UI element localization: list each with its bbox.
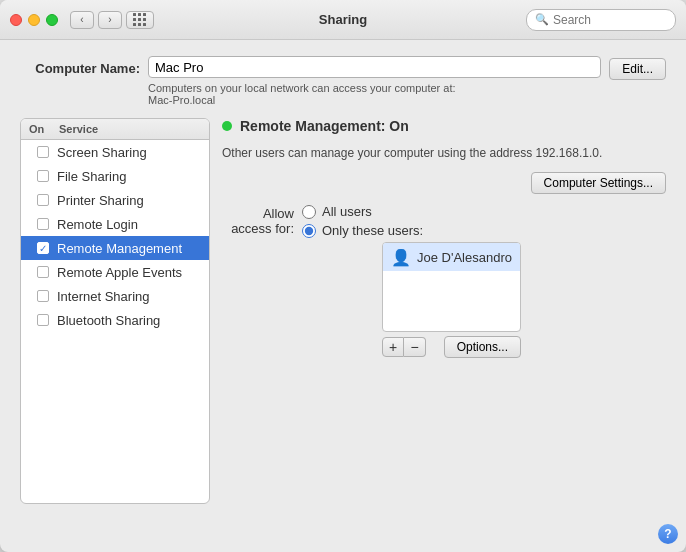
computer-name-input[interactable] [148,56,601,78]
grid-icon [133,13,147,27]
remove-user-button[interactable]: − [404,337,426,357]
service-checkbox-wrap [29,290,57,302]
computer-name-right: Computers on your local network can acce… [148,56,601,106]
list-actions-row: + − Options... [382,336,521,358]
users-list-empty [383,271,520,331]
forward-button[interactable]: › [98,11,122,29]
service-checkbox[interactable] [37,218,49,230]
search-icon: 🔍 [535,13,549,26]
service-checkbox-wrap [29,170,57,182]
status-row: Remote Management: On [222,118,666,134]
radio-all-users-label: All users [322,204,372,219]
service-item[interactable]: File Sharing [21,164,209,188]
service-checkbox[interactable] [37,146,49,158]
service-checkbox-wrap [29,194,57,206]
service-item[interactable]: Bluetooth Sharing [21,308,209,332]
service-item[interactable]: Remote Apple Events [21,260,209,284]
status-dot [222,121,232,131]
right-panel: Remote Management: On Other users can ma… [222,118,666,504]
service-checkbox[interactable] [37,194,49,206]
main-content: Computer Name: Computers on your local n… [0,40,686,520]
description-text: Other users can manage your computer usi… [222,144,666,162]
computer-name-sub: Computers on your local network can acce… [148,82,601,106]
add-user-button[interactable]: + [382,337,404,357]
close-button[interactable] [10,14,22,26]
radio-only-these-label: Only these users: [322,223,423,238]
service-item[interactable]: ✓ Remote Management [21,236,209,260]
traffic-lights [10,14,58,26]
computer-name-row: Computer Name: Computers on your local n… [20,56,666,106]
grid-button[interactable] [126,11,154,29]
radio-only-these[interactable] [302,224,316,238]
service-name: Internet Sharing [57,289,150,304]
service-list-panel: On Service Screen Sharing File Sharing P… [20,118,210,504]
service-name: Screen Sharing [57,145,147,160]
back-button[interactable]: ‹ [70,11,94,29]
service-checkbox[interactable]: ✓ [37,242,49,254]
titlebar: ‹ › Sharing 🔍 [0,0,686,40]
access-for-label: Allow access for: [222,204,302,236]
panels: On Service Screen Sharing File Sharing P… [20,118,666,504]
search-input[interactable] [553,13,667,27]
service-col-on: On [29,123,59,135]
nav-buttons: ‹ › [70,11,122,29]
service-name: Remote Apple Events [57,265,182,280]
service-item[interactable]: Printer Sharing [21,188,209,212]
service-name: Bluetooth Sharing [57,313,160,328]
list-action-buttons: + − [382,337,426,357]
minimize-button[interactable] [28,14,40,26]
service-list-header: On Service [21,119,209,140]
list-item[interactable]: 👤 Joe D'Alesandro [383,243,520,271]
access-for-row: Allow access for: All users Only these u… [222,204,666,358]
computer-name-label: Computer Name: [20,56,140,76]
window-title: Sharing [319,12,367,27]
help-button[interactable]: ? [658,524,678,544]
service-checkbox-wrap [29,314,57,326]
options-button[interactable]: Options... [444,336,521,358]
service-checkbox[interactable] [37,170,49,182]
computer-settings-button[interactable]: Computer Settings... [531,172,666,194]
user-name: Joe D'Alesandro [417,250,512,265]
service-name: Printer Sharing [57,193,144,208]
service-item[interactable]: Screen Sharing [21,140,209,164]
service-item[interactable]: Remote Login [21,212,209,236]
service-item[interactable]: Internet Sharing [21,284,209,308]
service-checkbox-wrap [29,218,57,230]
service-name: Remote Login [57,217,138,232]
service-checkbox[interactable] [37,314,49,326]
users-list: 👤 Joe D'Alesandro [382,242,521,332]
service-col-service: Service [59,123,98,135]
user-icon: 👤 [391,248,411,267]
service-checkbox-wrap [29,266,57,278]
radio-all-users[interactable] [302,205,316,219]
service-list-body: Screen Sharing File Sharing Printer Shar… [21,140,209,503]
service-name: File Sharing [57,169,126,184]
search-box[interactable]: 🔍 [526,9,676,31]
status-text: Remote Management: On [240,118,409,134]
edit-button[interactable]: Edit... [609,58,666,80]
service-name: Remote Management [57,241,182,256]
help-area: ? [0,520,686,552]
window: ‹ › Sharing 🔍 Computer Name: Computers o… [0,0,686,552]
service-checkbox-wrap [29,146,57,158]
service-checkbox[interactable] [37,266,49,278]
service-checkbox-wrap: ✓ [29,242,57,254]
maximize-button[interactable] [46,14,58,26]
service-checkbox[interactable] [37,290,49,302]
